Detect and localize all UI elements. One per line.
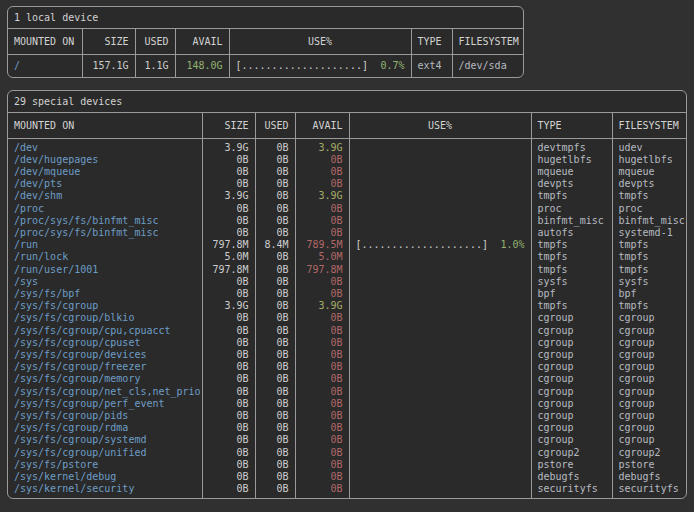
cell-use-percent [349,300,531,312]
cell-filesystem: cgroup [612,410,686,422]
device-row: /sys/fs/pstore0B0B0Bpstorepstore [8,459,686,471]
usage-percent: 1.0% [500,239,524,251]
cell-use-percent: [....................]1.0% [349,239,531,251]
cell-used: 0B [255,410,295,422]
cell-used: 0B [255,434,295,446]
device-row: /sys/fs/cgroup/memory0B0B0Bcgroupcgroup [8,373,686,385]
device-row: /sys/fs/bpf0B0B0Bbpfbpf [8,288,686,300]
cell-type: hugetlbfs [531,154,612,166]
cell-mounted-on: /proc [8,203,202,215]
cell-used: 0B [255,447,295,459]
cell-used: 0B [255,288,295,300]
cell-type: securityfs [531,483,612,498]
cell-mounted-on: /sys/fs/cgroup/perf_event [8,398,202,410]
cell-avail: 148.0G [175,54,229,77]
cell-filesystem: bpf [612,288,686,300]
cell-type: devpts [531,178,612,190]
cell-use-percent [349,227,531,239]
cell-filesystem: debugfs [612,471,686,483]
cell-used: 0B [255,373,295,385]
cell-use-percent [349,459,531,471]
cell-use-percent [349,166,531,178]
cell-size: 0B [202,398,255,410]
device-row: /sys/kernel/debug0B0B0Bdebugfsdebugfs [8,471,686,483]
cell-used: 8.4M [255,239,295,251]
device-row: /sys/fs/cgroup/net_cls,net_prio0B0B0Bcgr… [8,386,686,398]
cell-mounted-on: /sys/fs/cgroup/cpuset [8,337,202,349]
device-row: /proc/sys/fs/binfmt_misc0B0B0Bbinfmt_mis… [8,215,686,227]
cell-filesystem: cgroup [612,325,686,337]
device-row: /sys/fs/cgroup/cpuset0B0B0Bcgroupcgroup [8,337,686,349]
cell-used: 0B [255,276,295,288]
cell-used: 0B [255,361,295,373]
special-devices-grid: MOUNTED ON SIZE USED AVAIL USE% TYPE FIL… [8,113,686,498]
cell-filesystem: hugetlbfs [612,154,686,166]
cell-used: 0B [255,300,295,312]
device-row: /dev3.9G0B3.9Gdevtmpfsudev [8,138,686,154]
cell-filesystem: cgroup [612,361,686,373]
cell-size: 797.8M [202,239,255,251]
device-row: /dev/hugepages0B0B0Bhugetlbfshugetlbfs [8,154,686,166]
cell-avail: 0B [295,337,349,349]
cell-size: 0B [202,166,255,178]
cell-type: cgroup [531,398,612,410]
cell-avail: 0B [295,154,349,166]
device-row: /sys/fs/cgroup3.9G0B3.9Gtmpfstmpfs [8,300,686,312]
cell-size: 0B [202,178,255,190]
cell-avail: 0B [295,410,349,422]
cell-mounted-on: /sys/fs/cgroup/systemd [8,434,202,446]
cell-filesystem: /dev/sda [452,54,523,77]
cell-size: 0B [202,337,255,349]
cell-size: 5.0M [202,251,255,263]
cell-avail: 0B [295,215,349,227]
cell-mounted-on: /sys/fs/cgroup/net_cls,net_prio [8,386,202,398]
col-header-used: USED [255,113,295,138]
header-row: MOUNTED ON SIZE USED AVAIL USE% TYPE FIL… [8,113,686,138]
col-header-type: TYPE [411,29,452,54]
cell-mounted-on: /proc/sys/fs/binfmt_misc [8,215,202,227]
cell-avail: 0B [295,288,349,300]
cell-mounted-on: /proc/sys/fs/binfmt_misc [8,227,202,239]
cell-avail: 0B [295,422,349,434]
cell-type: cgroup [531,410,612,422]
device-row: /proc0B0B0Bprocproc [8,203,686,215]
device-row: /sys/fs/cgroup/unified0B0B0Bcgroup2cgrou… [8,447,686,459]
col-header-size: SIZE [202,113,255,138]
cell-filesystem: cgroup2 [612,447,686,459]
cell-mounted-on: /sys/kernel/debug [8,471,202,483]
cell-type: autofs [531,227,612,239]
cell-avail: 0B [295,276,349,288]
cell-used: 0B [255,178,295,190]
cell-avail: 0B [295,325,349,337]
cell-use-percent [349,203,531,215]
cell-used: 0B [255,337,295,349]
cell-type: debugfs [531,471,612,483]
cell-mounted-on: /run/lock [8,251,202,263]
cell-size: 0B [202,410,255,422]
cell-type: proc [531,203,612,215]
cell-size: 0B [202,459,255,471]
cell-mounted-on: /sys/fs/cgroup/unified [8,447,202,459]
cell-mounted-on: /sys [8,276,202,288]
cell-avail: 3.9G [295,190,349,202]
cell-use-percent [349,471,531,483]
cell-avail: 0B [295,373,349,385]
usage-percent: 0.7% [380,60,404,71]
cell-used: 0B [255,349,295,361]
cell-size: 3.9G [202,190,255,202]
cell-use-percent: [....................]0.7% [229,54,411,77]
device-row: /run/user/1001797.8M0B797.8Mtmpfstmpfs [8,264,686,276]
cell-use-percent [349,447,531,459]
device-row: /sys/fs/cgroup/freezer0B0B0Bcgroupcgroup [8,361,686,373]
cell-used: 0B [255,459,295,471]
cell-use-percent [349,312,531,324]
col-header-filesystem: FILESYSTEM [612,113,686,138]
cell-used: 0B [255,398,295,410]
cell-size: 157.1G [82,54,135,77]
cell-avail: 3.9G [295,300,349,312]
cell-used: 0B [255,325,295,337]
cell-filesystem: cgroup [612,398,686,410]
cell-avail: 789.5M [295,239,349,251]
cell-use-percent [349,386,531,398]
cell-use-percent [349,373,531,385]
